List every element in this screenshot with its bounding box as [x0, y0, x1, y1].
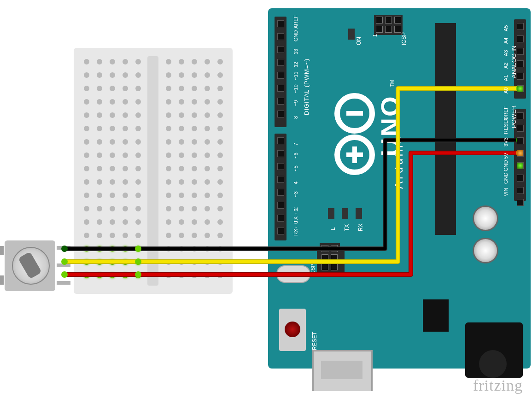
breadboard-hole	[123, 219, 128, 225]
breadboard-hole	[166, 179, 171, 185]
digital-pin-9[interactable]	[277, 98, 284, 105]
breadboard-hole	[205, 99, 210, 105]
power-pin-RESET[interactable]	[517, 125, 524, 132]
power-pin-GND[interactable]	[517, 175, 524, 181]
dc-barrel-jack[interactable]	[465, 322, 523, 378]
digital-pin-GND[interactable]	[277, 33, 284, 40]
power-pin-5V[interactable]	[517, 150, 524, 157]
breadboard	[74, 48, 233, 294]
breadboard-hole	[166, 152, 171, 158]
breadboard-hole	[84, 99, 89, 105]
breadboard-hole	[84, 193, 89, 198]
breadboard-hole	[135, 193, 141, 198]
breadboard-hole	[135, 219, 141, 225]
potentiometer-lead-1-gnd	[57, 246, 70, 250]
breadboard-hole	[84, 152, 89, 158]
digital-pin-AREF[interactable]	[277, 20, 284, 27]
analog-pin-A4[interactable]	[517, 35, 524, 42]
analog-pin-A2[interactable]	[517, 60, 524, 67]
analog-pin-A0[interactable]	[517, 85, 524, 92]
breadboard-hole	[192, 246, 197, 252]
usb-port[interactable]	[312, 350, 373, 391]
breadboard-hole	[135, 233, 141, 238]
analog-pin-A3[interactable]	[517, 48, 524, 55]
breadboard-hole	[179, 273, 184, 278]
breadboard-hole	[84, 86, 89, 91]
digital-pin-2[interactable]	[277, 202, 284, 209]
breadboard-hole	[110, 126, 115, 131]
breadboard-hole-used	[123, 273, 128, 278]
breadboard-hole	[135, 152, 141, 158]
digital-header-label: DIGITAL (PWM=~)	[303, 59, 310, 115]
digital-pin-12[interactable]	[277, 59, 284, 66]
breadboard-hole	[192, 273, 197, 278]
breadboard-hole	[192, 166, 197, 171]
breadboard-hole-used	[135, 273, 141, 278]
breadboard-hole	[192, 72, 197, 78]
capacitor	[473, 238, 498, 263]
breadboard-hole	[135, 179, 141, 185]
breadboard-hole	[97, 233, 102, 238]
analog-pin-A1[interactable]	[517, 73, 524, 80]
breadboard-hole	[84, 126, 89, 131]
power-pin-IOREF[interactable]	[517, 112, 524, 119]
digital-pin-10[interactable]	[277, 85, 284, 92]
breadboard-hole	[97, 166, 102, 171]
breadboard-hole	[110, 112, 115, 118]
power-pin-VIN[interactable]	[517, 187, 524, 194]
breadboard-hole	[110, 99, 115, 105]
breadboard-hole	[179, 246, 184, 252]
breadboard-hole	[135, 112, 141, 118]
breadboard-hole-used	[110, 273, 115, 278]
digital-pin-11[interactable]	[277, 72, 284, 79]
breadboard-hole	[110, 152, 115, 158]
breadboard-hole	[97, 206, 102, 211]
breadboard-hole	[84, 179, 89, 185]
breadboard-hole	[110, 219, 115, 225]
breadboard-hole	[192, 193, 197, 198]
breadboard-hole-used	[84, 246, 89, 252]
digital-pin-8[interactable]	[277, 111, 284, 117]
breadboard-hole	[123, 139, 128, 145]
breadboard-hole	[110, 193, 115, 198]
analog-pin-label: A3	[503, 50, 509, 56]
breadboard-hole	[110, 179, 115, 185]
breadboard-hole	[110, 166, 115, 171]
digital-pin-TX1[interactable]	[277, 215, 284, 222]
digital-pin-label: GND	[293, 30, 298, 41]
arduino-text: Arduino	[392, 135, 405, 189]
breadboard-hole	[166, 72, 171, 78]
power-pin-GND[interactable]	[517, 162, 524, 169]
breadboard-hole	[97, 179, 102, 185]
analog-pin-A5[interactable]	[517, 23, 524, 30]
power-pin-unused[interactable]	[517, 199, 524, 206]
digital-pin-6[interactable]	[277, 150, 284, 157]
reset-button[interactable]	[279, 309, 306, 351]
crystal-oscillator	[276, 265, 310, 283]
breadboard-hole	[97, 152, 102, 158]
breadboard-hole	[135, 166, 141, 171]
breadboard-hole	[97, 139, 102, 145]
breadboard-hole	[217, 273, 223, 278]
power-pin-3V3[interactable]	[517, 137, 524, 144]
breadboard-hole-used	[135, 246, 141, 252]
digital-pin-5[interactable]	[277, 163, 284, 170]
breadboard-hole	[123, 166, 128, 171]
potentiometer-mount-tab	[0, 275, 4, 285]
breadboard-hole	[179, 233, 184, 238]
breadboard-hole	[166, 233, 171, 238]
analog-pin-label: A4	[503, 38, 509, 44]
digital-pin-3[interactable]	[277, 189, 284, 196]
breadboard-hole	[192, 152, 197, 158]
digital-pin-4[interactable]	[277, 176, 284, 183]
l-led-label: L	[330, 227, 336, 230]
digital-pin-13[interactable]	[277, 46, 284, 53]
breadboard-hole	[217, 233, 223, 238]
digital-pin-7[interactable]	[277, 137, 284, 144]
breadboard-hole	[97, 72, 102, 78]
breadboard-hole	[135, 86, 141, 91]
breadboard-hole	[123, 206, 128, 211]
potentiometer-lead-2-wiper	[57, 263, 70, 267]
breadboard-hole	[84, 112, 89, 118]
digital-pin-RX0[interactable]	[277, 228, 284, 234]
